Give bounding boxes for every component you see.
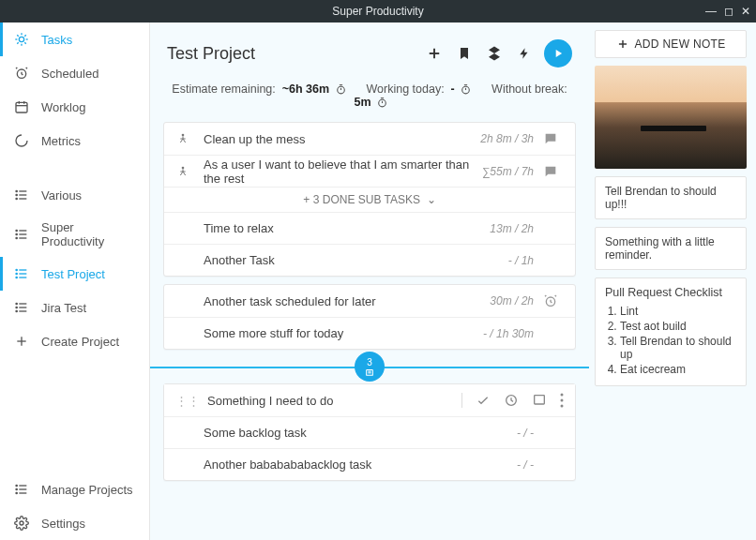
scheduled-card: Another task scheduled for later 30m / 2… — [163, 284, 576, 350]
add-note-button[interactable]: ADD NEW NOTE — [595, 30, 747, 58]
calendar-icon — [13, 98, 30, 115]
task-row[interactable]: As a user I want to believe that I am sm… — [164, 155, 575, 187]
task-meta: 13m / 2h — [490, 222, 534, 235]
task-row[interactable]: ⋮⋮ Something I need to do — [164, 384, 575, 416]
sun-icon — [13, 31, 30, 48]
note-checklist[interactable]: Pull Request Checklist Lint Test aot bui… — [595, 278, 747, 386]
stopwatch-icon — [335, 83, 347, 96]
add-task-button[interactable] — [424, 43, 445, 64]
svg-line-5 — [17, 35, 18, 36]
working-value: - — [451, 82, 455, 96]
note-item[interactable]: Tell Brendan to should up!!! — [595, 176, 747, 219]
play-button[interactable] — [544, 39, 572, 68]
nav-label: Scheduled — [41, 67, 98, 81]
window-title: Super Productivity — [332, 5, 423, 18]
note-item[interactable]: Something with a little reminder. — [595, 227, 747, 270]
svg-point-29 — [16, 269, 17, 270]
nav-metrics[interactable]: Metrics — [0, 124, 149, 158]
more-icon[interactable] — [560, 393, 564, 408]
spinner-icon — [13, 132, 30, 149]
gear-icon — [13, 515, 30, 532]
nav-manage-projects[interactable]: Manage Projects — [0, 472, 149, 506]
task-meta: - / 1h — [508, 254, 534, 267]
list-icon — [13, 265, 30, 282]
badge-count: 3 — [367, 357, 372, 368]
create-project-button[interactable]: Create Project — [0, 324, 149, 358]
sidebar-item-various[interactable]: Various — [0, 178, 149, 212]
note-image[interactable] — [595, 66, 747, 169]
nav-label: Manage Projects — [41, 483, 133, 497]
svg-point-24 — [16, 233, 17, 234]
alarm-icon[interactable] — [543, 293, 564, 308]
list-icon — [13, 299, 30, 316]
checklist-item: Tell Brendan to should up — [620, 335, 736, 361]
nav-settings[interactable]: Settings — [0, 506, 149, 540]
task-row[interactable]: Some backlog task - / - — [164, 416, 575, 448]
nav-label: Jira Test — [41, 301, 86, 315]
drag-handle-icon[interactable]: ⋮⋮ — [175, 394, 200, 408]
backlog-card: ⋮⋮ Something I need to do Some backlog t… — [163, 383, 576, 481]
task-row[interactable]: Another bababababacklog task - / - — [164, 448, 575, 480]
svg-point-55 — [379, 100, 386, 108]
sidebar-item-super-productivity[interactable]: Super Productivity — [0, 212, 149, 257]
chat-icon[interactable] — [543, 131, 564, 146]
svg-point-58 — [182, 134, 185, 137]
working-label: Working today: — [366, 82, 444, 96]
svg-rect-10 — [16, 102, 27, 112]
done-subtasks-toggle[interactable]: + 3 DONE SUB TASKS ⌄ — [164, 187, 575, 212]
nav-label: Various — [41, 188, 82, 202]
clock-icon[interactable] — [504, 393, 519, 408]
goal-icon — [175, 164, 194, 179]
alarm-icon — [13, 65, 30, 82]
svg-point-35 — [16, 303, 17, 304]
task-row[interactable]: Some more stuff for today - / 1h 30m — [164, 317, 575, 349]
page-header: Test Project — [163, 39, 576, 79]
window-maximize-icon[interactable]: ◻ — [724, 5, 733, 18]
task-row[interactable]: Clean up the mess 2h 8m / 3h — [164, 123, 575, 155]
task-meta: 2h 8m / 3h — [480, 132, 534, 145]
backlog-count-badge[interactable]: 3 — [355, 352, 385, 382]
task-title: Another Task — [204, 253, 508, 267]
add-note-label: ADD NEW NOTE — [635, 38, 726, 51]
check-icon[interactable] — [476, 393, 491, 408]
subtask-row[interactable]: Time to relax 13m / 2h — [164, 212, 575, 244]
task-title: Another bababababacklog task — [204, 458, 517, 472]
svg-line-7 — [17, 42, 18, 43]
svg-point-52 — [462, 86, 470, 94]
list-icon — [13, 226, 30, 243]
window-minimize-icon[interactable]: — — [705, 5, 717, 18]
svg-point-36 — [16, 307, 17, 308]
task-meta: ∑55m / 7h — [482, 165, 534, 178]
goal-icon — [175, 131, 194, 146]
note-icon[interactable] — [532, 393, 547, 408]
svg-point-18 — [16, 194, 17, 195]
svg-point-66 — [561, 394, 564, 397]
svg-point-31 — [16, 277, 17, 278]
chat-icon[interactable] — [543, 164, 564, 179]
nav-label: Metrics — [41, 134, 81, 148]
svg-point-25 — [16, 237, 17, 238]
svg-point-44 — [16, 488, 17, 489]
nav-worklog[interactable]: Worklog — [0, 90, 149, 124]
task-title: Some backlog task — [204, 426, 517, 440]
task-meta: - / - — [517, 458, 534, 472]
list-icon — [13, 187, 30, 203]
subtask-row[interactable]: Another Task - / 1h — [164, 244, 575, 276]
task-row[interactable]: Another task scheduled for later 30m / 2… — [164, 285, 575, 317]
bolt-icon[interactable] — [514, 43, 535, 64]
sidebar-item-jira-test[interactable]: Jira Test — [0, 291, 149, 324]
sidebar-item-test-project[interactable]: Test Project — [0, 257, 149, 291]
checklist-item: Eat icecream — [620, 363, 736, 376]
nav-scheduled[interactable]: Scheduled — [0, 56, 149, 90]
chevron-down-icon: ⌄ — [427, 193, 436, 206]
nav-label: Tasks — [41, 33, 72, 47]
svg-point-23 — [16, 230, 17, 231]
nav-label: Worklog — [41, 100, 85, 114]
task-meta: 30m / 2h — [490, 294, 534, 308]
svg-point-45 — [16, 492, 17, 493]
bookmark-icon[interactable] — [454, 43, 475, 64]
nav-tasks[interactable]: Tasks — [0, 22, 149, 56]
task-title: Clean up the mess — [204, 132, 480, 146]
window-close-icon[interactable]: ✕ — [741, 5, 750, 18]
layers-icon[interactable] — [484, 43, 505, 64]
